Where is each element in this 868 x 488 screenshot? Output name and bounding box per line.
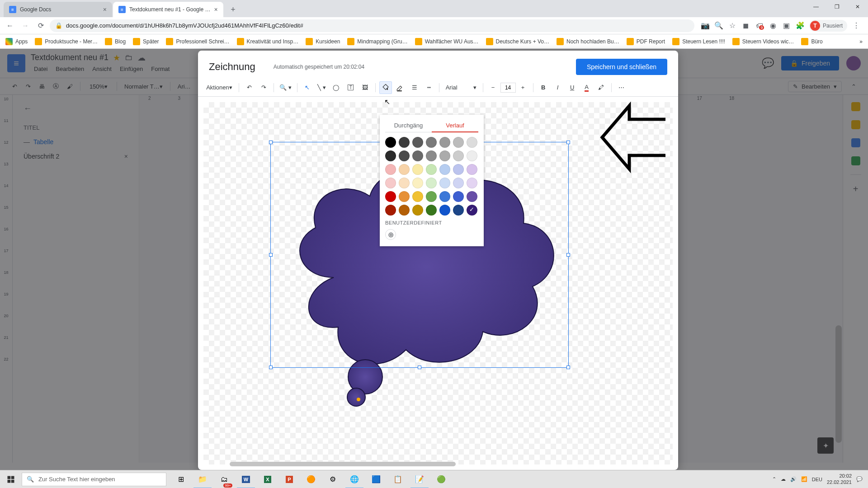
- taskbar-powerpoint[interactable]: P: [278, 470, 300, 488]
- font-size-input[interactable]: [500, 83, 516, 93]
- color-swatch[interactable]: [439, 164, 450, 175]
- resize-handle[interactable]: [269, 366, 273, 369]
- color-swatch[interactable]: [467, 164, 477, 175]
- tab-solid[interactable]: Durchgäng: [385, 119, 432, 132]
- color-swatch[interactable]: [467, 150, 477, 161]
- resize-handle[interactable]: [418, 366, 421, 369]
- color-swatch[interactable]: [399, 191, 410, 202]
- color-swatch[interactable]: [439, 137, 450, 148]
- tray-volume-icon[interactable]: 🔊: [790, 476, 797, 482]
- forward-button[interactable]: →: [19, 19, 32, 32]
- text-color-button[interactable]: A: [580, 81, 593, 94]
- color-swatch[interactable]: [426, 164, 437, 175]
- address-bar[interactable]: 🔒 docs.google.com/document/d/1hUH8k6h7Lb…: [50, 19, 694, 32]
- ext2-icon[interactable]: 🏷9: [755, 21, 764, 30]
- color-swatch[interactable]: [439, 191, 450, 202]
- color-swatch[interactable]: [399, 137, 410, 148]
- color-swatch[interactable]: [399, 164, 410, 175]
- tray-chevron-icon[interactable]: ⌃: [772, 476, 776, 482]
- fill-color-button[interactable]: [379, 81, 392, 94]
- bookmarks-overflow[interactable]: »: [859, 38, 863, 45]
- bookmark-item[interactable]: Professionell Schrei…: [166, 38, 229, 45]
- image-tool[interactable]: 🖼: [359, 81, 372, 94]
- ext1-icon[interactable]: ◼: [741, 21, 750, 30]
- color-swatch[interactable]: [385, 150, 396, 161]
- ext3-icon[interactable]: ◉: [769, 21, 778, 30]
- taskbar-word[interactable]: W: [235, 470, 257, 488]
- color-swatch[interactable]: [426, 205, 437, 216]
- bookmark-item[interactable]: Deutsche Kurs + Vo…: [486, 38, 549, 45]
- taskbar-notepad[interactable]: 📝: [409, 470, 430, 488]
- save-and-close-button[interactable]: Speichern und schließen: [576, 59, 667, 75]
- taskbar-search[interactable]: 🔍 Zur Suche Text hier eingeben: [22, 473, 166, 486]
- resize-handle[interactable]: [566, 253, 570, 257]
- color-swatch[interactable]: [412, 191, 423, 202]
- color-swatch[interactable]: [412, 164, 423, 175]
- taskbar-app[interactable]: 🗂99+: [213, 470, 235, 488]
- close-window-button[interactable]: ✕: [847, 0, 868, 14]
- textbox-tool[interactable]: 🅃: [344, 81, 357, 94]
- apps-button[interactable]: Apps: [5, 38, 28, 45]
- color-swatch[interactable]: [439, 205, 450, 216]
- color-swatch[interactable]: [399, 178, 410, 188]
- profile-button[interactable]: T Pausiert: [809, 20, 847, 32]
- color-swatch[interactable]: [453, 205, 464, 216]
- star-icon[interactable]: ☆: [728, 21, 737, 30]
- taskbar-app3[interactable]: 📋: [387, 470, 409, 488]
- select-tool[interactable]: ↖: [301, 81, 314, 94]
- bookmark-item[interactable]: Kreativität und Insp…: [237, 38, 299, 45]
- italic-button[interactable]: I: [552, 81, 564, 94]
- more-button[interactable]: ⋯: [615, 81, 628, 94]
- tray-wifi-icon[interactable]: 📶: [801, 476, 807, 482]
- drawing-canvas[interactable]: Durchgäng Verlauf Benutzerdefiniert ⊕ ↖: [198, 97, 678, 470]
- color-swatch[interactable]: [385, 164, 396, 175]
- taskbar-explorer[interactable]: 📁: [192, 470, 213, 488]
- bookmark-item[interactable]: Blog: [105, 38, 126, 45]
- taskbar-chrome[interactable]: 🌐: [344, 470, 365, 488]
- notifications-button[interactable]: 💬: [856, 476, 863, 482]
- bookmark-item[interactable]: Büro: [801, 38, 822, 45]
- color-swatch[interactable]: [453, 150, 464, 161]
- color-swatch[interactable]: [439, 178, 450, 188]
- color-swatch[interactable]: [439, 150, 450, 161]
- color-swatch[interactable]: [453, 178, 464, 188]
- tab-gradient[interactable]: Verlauf: [432, 119, 478, 132]
- taskbar-spotify[interactable]: 🟢: [430, 470, 452, 488]
- decrease-size-button[interactable]: −: [487, 81, 500, 94]
- taskbar-app2[interactable]: 🟠: [300, 470, 322, 488]
- camera-icon[interactable]: 📷: [701, 21, 710, 30]
- increase-size-button[interactable]: +: [517, 81, 529, 94]
- color-swatch[interactable]: [467, 205, 477, 216]
- tray-lang[interactable]: DEU: [812, 477, 822, 482]
- maximize-button[interactable]: ❐: [826, 0, 847, 14]
- bookmark-item[interactable]: Mindmapping (Gru…: [347, 38, 407, 45]
- task-view-button[interactable]: ⊞: [170, 470, 192, 488]
- underline-button[interactable]: U: [566, 81, 579, 94]
- bookmark-item[interactable]: Steuern Lesen !!!!: [672, 38, 725, 45]
- color-swatch[interactable]: [453, 191, 464, 202]
- resize-handle[interactable]: [269, 141, 273, 144]
- redo-button[interactable]: ↷: [257, 81, 270, 94]
- color-swatch[interactable]: [467, 137, 477, 148]
- bold-button[interactable]: B: [537, 81, 550, 94]
- add-custom-color-button[interactable]: ⊕: [385, 229, 396, 240]
- start-button[interactable]: [0, 470, 22, 488]
- new-tab-button[interactable]: +: [227, 3, 240, 16]
- arrow-shape[interactable]: [598, 101, 670, 192]
- color-swatch[interactable]: [426, 191, 437, 202]
- undo-button[interactable]: ↶: [243, 81, 255, 94]
- color-swatch[interactable]: [467, 191, 477, 202]
- color-swatch[interactable]: [426, 150, 437, 161]
- bookmark-item[interactable]: Wahlfächer WU Aus…: [415, 38, 479, 45]
- zoom-icon[interactable]: 🔍: [714, 21, 723, 30]
- color-swatch[interactable]: [385, 191, 396, 202]
- bookmark-item[interactable]: Noch hochladen Bu…: [557, 38, 619, 45]
- reload-button[interactable]: ⟳: [34, 19, 47, 32]
- highlight-button[interactable]: 🖍: [595, 81, 608, 94]
- color-swatch[interactable]: [453, 164, 464, 175]
- color-swatch[interactable]: [412, 178, 423, 188]
- zoom-button[interactable]: 🔍 ▾: [278, 81, 293, 94]
- color-swatch[interactable]: [385, 178, 396, 188]
- taskbar-excel[interactable]: X: [257, 470, 278, 488]
- color-swatch[interactable]: [399, 205, 410, 216]
